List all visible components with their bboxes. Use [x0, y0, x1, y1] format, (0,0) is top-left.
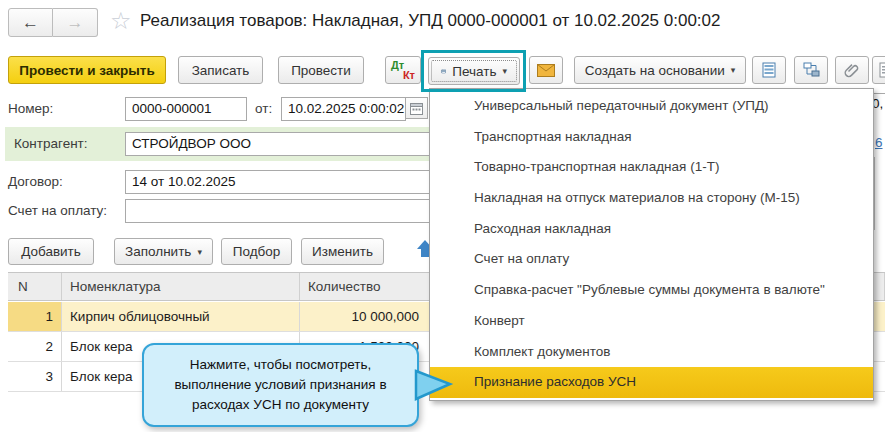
callout-line: выполнение условий признания в [174, 375, 386, 395]
callout-pointer-icon [414, 368, 454, 402]
document-window: ← → ☆ Реализация товаров: Накладная, УПД… [0, 0, 885, 432]
create-based-on-button[interactable]: Создать на основании ▾ [574, 56, 746, 84]
row-number: 3 [8, 362, 62, 391]
contract-input[interactable]: 14 от 10.02.2025 [125, 170, 430, 194]
paperclip-icon [844, 62, 861, 79]
favorite-star-icon[interactable]: ☆ [110, 7, 132, 35]
tasks-button[interactable] [872, 56, 885, 84]
column-header-n[interactable]: N [8, 273, 62, 300]
row-number: 1 [8, 302, 62, 331]
menu-item-ruble-amounts-reference[interactable]: Справка-расчет "Рублевые суммы документа… [430, 275, 873, 306]
fill-button-label: Заполнить [125, 244, 191, 259]
menu-item-goods-transport-1t[interactable]: Товарно-транспортная накладная (1-Т) [430, 152, 873, 183]
print-button-label: Печать [452, 64, 496, 79]
write-button[interactable]: Записать [178, 56, 263, 84]
clipped-field-edge [874, 157, 875, 230]
number-label: Номер: [8, 97, 53, 121]
menu-item-expense-waybill[interactable]: Расходная накладная [430, 214, 873, 245]
chevron-down-icon: ▾ [502, 66, 507, 76]
callout-line: расходах УСН по документу [192, 395, 369, 415]
edit-button[interactable]: Изменить [301, 238, 384, 265]
calendar-picker-button[interactable] [406, 97, 428, 119]
post-button[interactable]: Провести [278, 56, 364, 84]
counterparty-label: Контрагент: [14, 132, 88, 156]
back-button[interactable]: ← [8, 8, 53, 37]
page-title: Реализация товаров: Накладная, УПД 0000-… [140, 11, 721, 31]
callout-bubble: Нажмите, чтобы посмотреть, выполнение ус… [142, 343, 419, 427]
number-input[interactable]: 0000-000001 [125, 97, 247, 121]
pick-button[interactable]: Подбор [221, 238, 292, 265]
column-header-quantity[interactable]: Количество [300, 273, 430, 300]
create-based-on-label: Создать на основании [585, 63, 725, 78]
fill-button[interactable]: Заполнить ▾ [114, 238, 213, 265]
menu-item-envelope[interactable]: Конверт [430, 306, 873, 337]
menu-item-upd[interactable]: Универсальный передаточный документ (УПД… [430, 91, 873, 122]
print-button[interactable]: Печать ▾ [428, 57, 520, 85]
post-and-close-button[interactable]: Провести и закрыть [8, 56, 166, 84]
credit-label: Кт [403, 69, 415, 81]
contract-label: Договор: [8, 170, 63, 194]
callout-line: Нажмите, чтобы посмотреть, [190, 355, 372, 375]
structure-icon [803, 62, 820, 78]
menu-item-usn-expense-recognition[interactable]: Признание расходов УСН [430, 367, 873, 398]
row-number: 2 [8, 332, 62, 361]
document-register-button[interactable] [752, 56, 786, 84]
invoice-label: Счет на оплату: [8, 199, 107, 223]
add-row-button[interactable]: Добавить [8, 238, 94, 265]
document-pencil-icon [879, 62, 885, 78]
invoice-input[interactable] [125, 199, 430, 223]
row-nomenclature: Кирпич облицовочный [62, 302, 300, 331]
dtkt-postings-button[interactable]: Дт Кт [385, 56, 421, 84]
menu-item-transport-waybill[interactable]: Транспортная накладная [430, 122, 873, 153]
column-header-nomenclature[interactable]: Номенклатура [62, 273, 300, 300]
forward-button[interactable]: → [53, 8, 98, 37]
register-list-icon [762, 62, 776, 78]
envelope-icon [537, 64, 555, 77]
clipped-link-fragment[interactable]: 6 [875, 135, 883, 150]
print-dropdown-menu: Универсальный передаточный документ (УПД… [429, 88, 874, 401]
chevron-down-icon: ▾ [197, 247, 202, 257]
menu-item-payment-invoice[interactable]: Счет на оплату [430, 244, 873, 275]
chevron-down-icon: ▾ [731, 65, 736, 75]
date-label: от: [255, 97, 272, 121]
menu-item-document-set[interactable]: Комплект документов [430, 337, 873, 368]
history-nav: ← → [8, 8, 98, 37]
date-input[interactable]: 10.02.2025 0:00:02 [281, 97, 406, 121]
related-documents-button[interactable] [794, 56, 828, 84]
attachments-button[interactable] [835, 56, 869, 84]
counterparty-input[interactable]: СТРОЙДВОР ООО [125, 132, 430, 156]
send-email-button[interactable] [529, 56, 563, 84]
back-arrow-icon: ← [22, 13, 39, 33]
row-quantity: 10 000,000 [300, 302, 430, 331]
menu-item-m15[interactable]: Накладная на отпуск материалов на сторон… [430, 183, 873, 214]
printer-icon [441, 64, 446, 79]
calendar-icon [410, 102, 423, 115]
forward-arrow-icon: → [67, 13, 84, 33]
